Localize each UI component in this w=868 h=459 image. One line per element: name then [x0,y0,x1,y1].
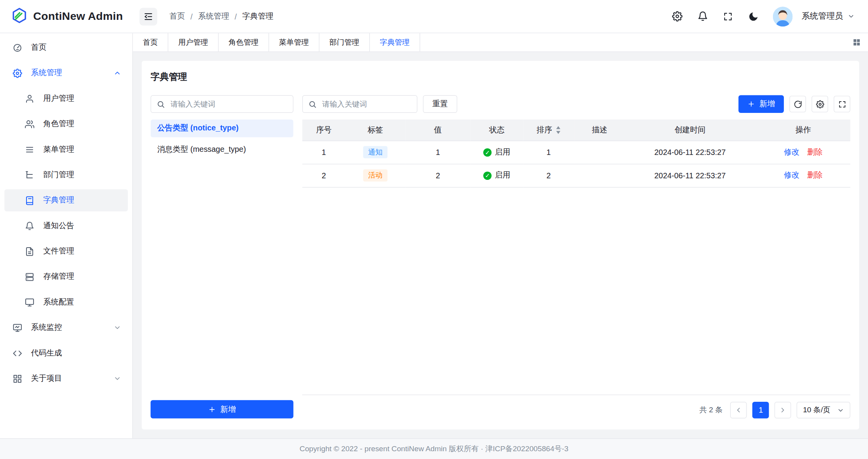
brand-title: ContiNew Admin [33,10,123,23]
delete-link[interactable]: 删除 [807,171,823,179]
pagination-next-button[interactable] [775,402,791,419]
dict-type-search-input[interactable] [169,99,287,109]
sidebar-item-dict-management[interactable]: 字典管理 [4,189,128,211]
tab-department-management[interactable]: 部门管理 [319,33,370,51]
sidebar-item-about-project[interactable]: 关于项目 [4,368,128,390]
tab-role-management[interactable]: 角色管理 [219,33,269,51]
table-row: 2 活动 2 ✓启用 2 2024-06-11 22:53:27 修改删除 [302,164,850,187]
tab-home[interactable]: 首页 [133,33,168,51]
col-index: 序号 [302,120,345,141]
top-bar: ContiNew Admin 首页 / 系统管理 / 字典管理 [0,0,868,33]
copyright-text: Copyright © 2022 - present ContiNew Admi… [299,444,568,454]
table-fullscreen-button[interactable] [834,96,850,113]
tag-badge: 通知 [363,146,388,158]
sidebar-item-user-management[interactable]: 用户管理 [4,88,128,110]
cell-description [574,164,625,187]
sidebar-collapse-button[interactable] [139,7,157,25]
refresh-button[interactable] [789,96,806,113]
breadcrumb-system[interactable]: 系统管理 [198,11,229,21]
notifications-button[interactable] [693,7,712,26]
table-toolbar: 重置 新增 [302,95,850,113]
table-row: 1 通知 1 ✓启用 1 2024-06-11 22:53:27 修改删除 [302,141,850,164]
user-name: 系统管理员 [801,11,843,21]
column-settings-button[interactable] [812,96,828,113]
chevron-down-icon [113,324,121,332]
breadcrumb-current: 字典管理 [242,11,273,21]
tab-actions-button[interactable] [845,33,868,51]
breadcrumb-home[interactable]: 首页 [169,11,185,21]
sidebar-submenu-system: 用户管理 角色管理 菜单管理 部门管理 字典管理 [4,88,128,313]
brand[interactable]: ContiNew Admin [0,7,133,25]
menu-lines-icon [25,144,35,155]
settings-button[interactable] [667,7,686,26]
breadcrumb: 首页 / 系统管理 / 字典管理 [169,11,273,21]
page-title: 字典管理 [151,71,850,83]
sidebar-item-storage-management[interactable]: 存储管理 [4,266,128,288]
cell-created-at: 2024-06-11 22:53:27 [625,164,755,187]
dict-item-table: 序号 标签 值 状态 排序 描述 创建时 [302,120,850,395]
edit-link[interactable]: 修改 [784,147,799,156]
code-icon [12,348,22,358]
col-value: 值 [405,120,471,141]
table-header-row: 序号 标签 值 状态 排序 描述 创建时 [302,120,850,141]
sidebar-item-home[interactable]: 首页 [4,37,128,59]
sort-carets-icon[interactable] [556,126,561,134]
avatar[interactable] [773,6,792,26]
cell-actions: 修改删除 [755,164,850,187]
dict-type-item-notice[interactable]: 公告类型 (notice_type) [151,120,294,137]
fullscreen-button[interactable] [718,7,737,26]
dashboard-icon [12,42,22,53]
sidebar-item-system-management[interactable]: 系统管理 [4,62,128,84]
sidebar-item-code-generation[interactable]: 代码生成 [4,342,128,364]
grid-icon [12,374,22,384]
users-icon [25,119,35,129]
gear-icon [12,68,22,78]
cell-created-at: 2024-06-11 22:53:27 [625,141,755,164]
reset-button[interactable]: 重置 [423,95,457,113]
cell-description [574,141,625,164]
sidebar-item-system-config[interactable]: 系统配置 [4,291,128,313]
pagination-prev-button[interactable] [731,402,747,419]
dict-item-search [302,95,417,113]
status-check-icon: ✓ [483,171,491,179]
sidebar-item-notice[interactable]: 通知公告 [4,215,128,237]
cell-value: 1 [405,141,471,164]
tab-user-management[interactable]: 用户管理 [168,33,218,51]
tab-bar: 首页 用户管理 角色管理 菜单管理 部门管理 字典管理 [133,33,868,52]
footer: Copyright © 2022 - present ContiNew Admi… [0,438,868,459]
pagination: 共 2 条 1 10 条/页 [302,402,850,419]
theme-toggle-button[interactable] [744,7,763,26]
sidebar-item-role-management[interactable]: 角色管理 [4,113,128,135]
delete-link[interactable]: 删除 [807,147,823,156]
sidebar-item-menu-management[interactable]: 菜单管理 [4,138,128,160]
edit-link[interactable]: 修改 [784,171,799,179]
main-area: 首页 用户管理 角色管理 菜单管理 部门管理 字典管理 字典管理 [133,33,868,438]
cell-tag: 通知 [345,141,405,164]
col-created-at: 创建时间 [625,120,755,141]
dict-item-search-input[interactable] [321,99,412,109]
dict-type-list: 公告类型 (notice_type) 消息类型 (message_type) [151,120,294,400]
content-area: 字典管理 公告类型 (notice_type) [133,52,868,438]
user-icon [25,93,35,104]
dict-type-panel: 公告类型 (notice_type) 消息类型 (message_type) 新… [151,95,294,419]
cell-index: 1 [302,141,345,164]
tree-icon [25,170,35,180]
user-menu[interactable]: 系统管理员 [801,11,854,21]
cell-status: ✓启用 [470,164,523,187]
pagination-page-1[interactable]: 1 [753,402,769,419]
add-dict-item-button[interactable]: 新增 [738,95,784,113]
sidebar-item-system-monitor[interactable]: 系统监控 [4,317,128,339]
top-bar-main: 首页 / 系统管理 / 字典管理 系统管理员 [133,6,868,26]
tab-dict-management[interactable]: 字典管理 [370,33,420,51]
col-sort[interactable]: 排序 [523,120,574,141]
dict-type-search [151,95,294,113]
cell-sort: 2 [523,164,574,187]
cell-status: ✓启用 [470,141,523,164]
sidebar-item-department-management[interactable]: 部门管理 [4,164,128,186]
tab-menu-management[interactable]: 菜单管理 [269,33,319,51]
sidebar-item-file-management[interactable]: 文件管理 [4,240,128,262]
status-check-icon: ✓ [483,148,491,156]
page-size-select[interactable]: 10 条/页 [797,402,850,419]
dict-type-item-message[interactable]: 消息类型 (message_type) [151,141,294,158]
add-dict-type-button[interactable]: 新增 [151,400,294,419]
